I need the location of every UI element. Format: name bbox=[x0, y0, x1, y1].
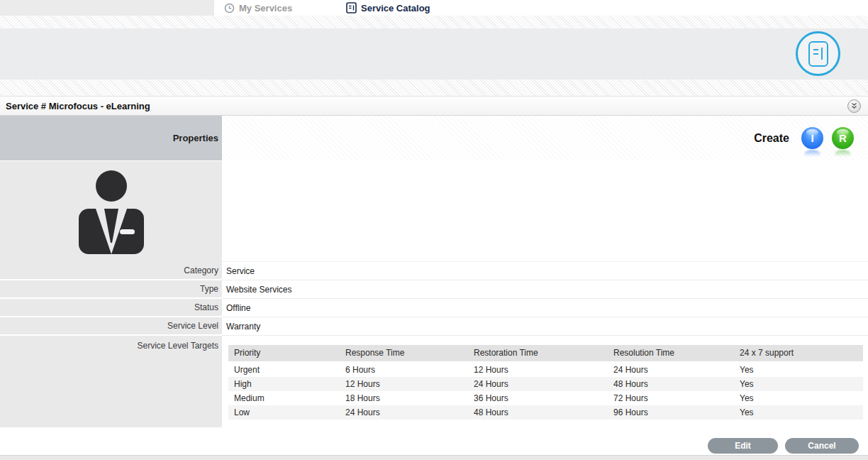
tab-my-services[interactable]: My Services bbox=[224, 0, 292, 16]
field-row-service-level: Service Level Warranty bbox=[0, 317, 868, 336]
field-value: Website Services bbox=[222, 280, 868, 299]
banner bbox=[0, 28, 868, 80]
table-row: High 12 Hours 24 Hours 48 Hours Yes bbox=[228, 377, 863, 391]
tab-label: My Services bbox=[239, 3, 292, 13]
create-request-button[interactable]: R bbox=[832, 127, 854, 149]
field-row-category: Category Service bbox=[0, 262, 868, 280]
column-header: Resolution Time bbox=[608, 345, 734, 363]
edit-button[interactable]: Edit bbox=[708, 438, 778, 454]
striped-divider bbox=[0, 80, 868, 96]
cell: 24 Hours bbox=[340, 405, 468, 420]
cell: 12 Hours bbox=[468, 363, 608, 377]
action-bar: Edit Cancel bbox=[0, 427, 868, 455]
field-label: Category bbox=[0, 262, 222, 280]
cell: 36 Hours bbox=[468, 391, 608, 405]
cell: Yes bbox=[734, 377, 863, 391]
cell: High bbox=[228, 377, 340, 391]
cell: 6 Hours bbox=[340, 363, 468, 377]
create-label: Create bbox=[754, 132, 789, 145]
field-row-status: Status Offline bbox=[0, 299, 868, 317]
cell: 72 Hours bbox=[608, 391, 734, 405]
tab-service-catalog[interactable]: Service Catalog bbox=[346, 0, 430, 16]
striped-divider bbox=[0, 16, 868, 28]
cell: Medium bbox=[228, 391, 340, 405]
cell: Low bbox=[228, 405, 340, 420]
column-header: Priority bbox=[228, 345, 340, 363]
service-catalog-circle-icon[interactable] bbox=[796, 31, 840, 76]
cell: 18 Hours bbox=[340, 391, 468, 405]
cell: Yes bbox=[734, 363, 863, 377]
cell: 48 Hours bbox=[608, 377, 734, 391]
avatar-row bbox=[0, 161, 868, 262]
service-level-targets-row: Service Level Targets Priority Response … bbox=[0, 336, 868, 427]
field-label: Status bbox=[0, 299, 222, 317]
create-incident-button[interactable]: I bbox=[801, 127, 823, 149]
column-header: Restoration Time bbox=[468, 345, 608, 363]
cell: Yes bbox=[734, 391, 863, 405]
cell: Urgent bbox=[228, 363, 340, 377]
clock-icon bbox=[224, 3, 235, 13]
column-header: Response Time bbox=[340, 345, 468, 363]
section-title: Properties bbox=[0, 116, 222, 160]
businessman-avatar-icon bbox=[74, 168, 148, 256]
field-label: Service Level bbox=[0, 317, 222, 336]
cell: Yes bbox=[734, 405, 863, 420]
page-footer-strip bbox=[0, 455, 868, 460]
tab-label: Service Catalog bbox=[361, 3, 430, 13]
collapse-double-chevron-icon[interactable] bbox=[847, 99, 861, 113]
catalog-icon bbox=[346, 2, 357, 13]
service-level-targets-table: Priority Response Time Restoration Time … bbox=[228, 345, 863, 420]
table-row: Low 24 Hours 48 Hours 96 Hours Yes bbox=[228, 405, 863, 420]
table-header-row: Priority Response Time Restoration Time … bbox=[228, 345, 863, 363]
page-title: Service # Microfocus - eLearning bbox=[6, 101, 150, 111]
service-header-bar: Service # Microfocus - eLearning bbox=[0, 96, 868, 116]
field-value: Offline bbox=[222, 299, 868, 317]
field-row-type: Type Website Services bbox=[0, 280, 868, 299]
column-header: 24 x 7 support bbox=[734, 345, 863, 363]
table-row: Medium 18 Hours 36 Hours 72 Hours Yes bbox=[228, 391, 863, 405]
cell: 12 Hours bbox=[340, 377, 468, 391]
field-label: Type bbox=[0, 280, 222, 299]
cancel-button[interactable]: Cancel bbox=[785, 438, 859, 454]
table-row: Urgent 6 Hours 12 Hours 24 Hours Yes bbox=[228, 363, 863, 377]
field-label: Service Level Targets bbox=[0, 336, 222, 427]
cell: 24 Hours bbox=[468, 377, 608, 391]
properties-header-row: Properties Create I R bbox=[0, 116, 868, 160]
field-value: Service bbox=[222, 262, 868, 280]
cell: 96 Hours bbox=[608, 405, 734, 420]
top-tab-bar: My Services Service Catalog bbox=[0, 0, 868, 16]
cell: 48 Hours bbox=[468, 405, 608, 420]
cell: 24 Hours bbox=[608, 363, 734, 377]
field-value: Warranty bbox=[222, 317, 868, 336]
